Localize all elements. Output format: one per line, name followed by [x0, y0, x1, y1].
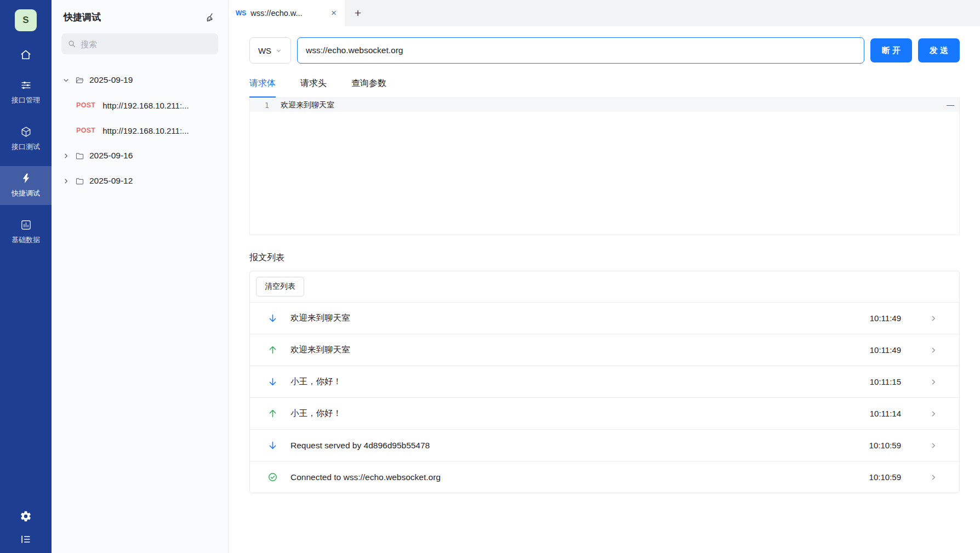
chevron-down-icon — [62, 76, 70, 84]
tree-folder-2025-09-19[interactable]: 2025-09-19 — [52, 67, 228, 93]
expand-row-icon[interactable] — [930, 315, 937, 322]
broom-icon — [205, 12, 216, 23]
search-icon — [67, 39, 76, 48]
message-time: 10:10:59 — [869, 472, 901, 482]
received-arrow-icon — [266, 313, 279, 323]
message-time: 10:11:49 — [870, 345, 901, 355]
history-tree: 2025-09-19 POST http://192.168.10.211:..… — [52, 67, 228, 193]
tree-folder-2025-09-16[interactable]: 2025-09-16 — [52, 143, 228, 168]
message-row[interactable]: Connected to wss://echo.websocket.org 10… — [250, 461, 959, 493]
message-list-toolbar: 清空列表 — [250, 271, 959, 302]
chevron-down-icon — [275, 47, 282, 54]
outline-list-icon — [20, 533, 32, 545]
request-tabs: 请求体 请求头 查询参数 — [249, 78, 960, 98]
folder-label: 2025-09-12 — [89, 176, 133, 186]
method-badge: POST — [76, 101, 95, 109]
folder-label: 2025-09-16 — [89, 151, 133, 161]
request-url: http://192.168.10.211:... — [102, 101, 189, 110]
expand-row-icon[interactable] — [930, 410, 937, 418]
message-row[interactable]: 欢迎来到聊天室 10:11:49 — [250, 302, 959, 334]
message-text: 欢迎来到聊天室 — [290, 344, 870, 356]
nav-base-data[interactable]: 基础数据 — [0, 213, 52, 252]
sent-arrow-icon — [266, 408, 279, 419]
message-list-title: 报文列表 — [249, 252, 960, 264]
message-rows: 欢迎来到聊天室 10:11:49 欢迎来到聊天室 10:11:49 — [250, 302, 959, 493]
request-bar: WS 断 开 发 送 — [249, 37, 960, 64]
cube-icon — [20, 126, 32, 138]
tab-request-headers[interactable]: 请求头 — [300, 78, 327, 98]
disconnect-button[interactable]: 断 开 — [870, 38, 912, 62]
expand-row-icon[interactable] — [930, 474, 937, 481]
send-button[interactable]: 发 送 — [918, 38, 960, 62]
sidebar-title: 快捷调试 — [64, 11, 101, 24]
folder-label: 2025-09-19 — [89, 75, 133, 85]
nav-home-button[interactable] — [20, 44, 32, 65]
message-row[interactable]: 小王，你好！ 10:11:15 — [250, 366, 959, 397]
search-box — [61, 33, 218, 54]
message-row[interactable]: Request served by 4d896d95b55478 10:10:5… — [250, 429, 959, 461]
message-row[interactable]: 欢迎来到聊天室 10:11:49 — [250, 334, 959, 366]
bar-chart-icon — [20, 219, 32, 231]
tab-websocket[interactable]: WS wss://echo.w... × — [229, 0, 345, 26]
line-number: 1 — [250, 101, 281, 110]
lightning-icon — [20, 173, 32, 184]
navbar-bottom — [20, 510, 32, 545]
clear-list-button[interactable]: 清空列表 — [256, 277, 304, 297]
history-request[interactable]: POST http://192.168.10.211:... — [52, 93, 228, 118]
url-input[interactable] — [297, 37, 864, 64]
folder-icon — [75, 151, 84, 161]
protocol-select[interactable]: WS — [249, 37, 291, 64]
chevron-right-icon — [62, 177, 70, 185]
message-text: Connected to wss://echo.websocket.org — [290, 472, 869, 482]
avatar[interactable]: S — [15, 9, 37, 31]
received-arrow-icon — [266, 440, 279, 451]
new-tab-button[interactable]: + — [345, 0, 371, 26]
outline-button[interactable] — [20, 533, 32, 545]
nav-item-label: 基础数据 — [12, 235, 40, 245]
received-arrow-icon — [266, 377, 279, 387]
main-area: WS wss://echo.w... × + WS 断 开 发 送 — [229, 0, 980, 553]
tab-query-params[interactable]: 查询参数 — [351, 78, 386, 98]
primary-navbar: S 接口管理 接口测试 快捷调试 — [0, 0, 52, 553]
history-request[interactable]: POST http://192.168.10.211:... — [52, 118, 228, 143]
message-list-panel: 清空列表 欢迎来到聊天室 10:11:49 — [249, 271, 960, 493]
message-time: 10:11:49 — [870, 313, 901, 323]
request-body-editor[interactable]: 1 欢迎来到聊天室 — — [249, 98, 960, 235]
check-circle-icon — [266, 472, 279, 482]
tree-folder-2025-09-12[interactable]: 2025-09-12 — [52, 168, 228, 193]
nav-api-testing[interactable]: 接口测试 — [0, 119, 52, 158]
close-tab-icon[interactable]: × — [330, 8, 338, 19]
code-text: 欢迎来到聊天室 — [281, 100, 334, 110]
chevron-right-icon — [62, 152, 70, 160]
settings-button[interactable] — [20, 510, 32, 522]
search-input[interactable] — [81, 39, 212, 49]
request-panel: WS 断 开 发 送 请求体 请求头 查询参数 1 欢迎来到聊天室 — [229, 26, 980, 553]
tab-request-body[interactable]: 请求体 — [249, 78, 276, 98]
request-url: http://192.168.10.211:... — [102, 126, 189, 135]
nav-api-management[interactable]: 接口管理 — [0, 73, 52, 112]
nav-item-label: 接口管理 — [12, 95, 40, 105]
nav-item-label: 快捷调试 — [12, 189, 40, 198]
folder-icon — [75, 176, 84, 186]
folder-open-icon — [75, 76, 84, 85]
message-time: 10:11:15 — [870, 377, 901, 386]
message-text: Request served by 4d896d95b55478 — [290, 441, 869, 451]
gear-icon — [20, 510, 32, 522]
message-time: 10:11:14 — [870, 409, 901, 418]
expand-row-icon[interactable] — [930, 442, 937, 449]
expand-row-icon[interactable] — [930, 378, 937, 386]
sidebar-header: 快捷调试 — [52, 0, 228, 31]
nav-item-label: 接口测试 — [12, 142, 40, 152]
clear-history-button[interactable] — [205, 12, 216, 23]
sliders-icon — [20, 79, 32, 91]
nav-quick-debug[interactable]: 快捷调试 — [0, 166, 52, 205]
protocol-badge: WS — [236, 9, 246, 17]
protocol-select-value: WS — [258, 46, 271, 55]
code-line: 1 欢迎来到聊天室 — [250, 98, 959, 112]
message-text: 小王，你好！ — [290, 376, 870, 387]
collapse-icon[interactable]: — — [947, 99, 954, 111]
app-window: S 接口管理 接口测试 快捷调试 — [0, 0, 980, 553]
plus-icon: + — [355, 7, 361, 20]
expand-row-icon[interactable] — [930, 346, 937, 354]
message-row[interactable]: 小王，你好！ 10:11:14 — [250, 397, 959, 429]
